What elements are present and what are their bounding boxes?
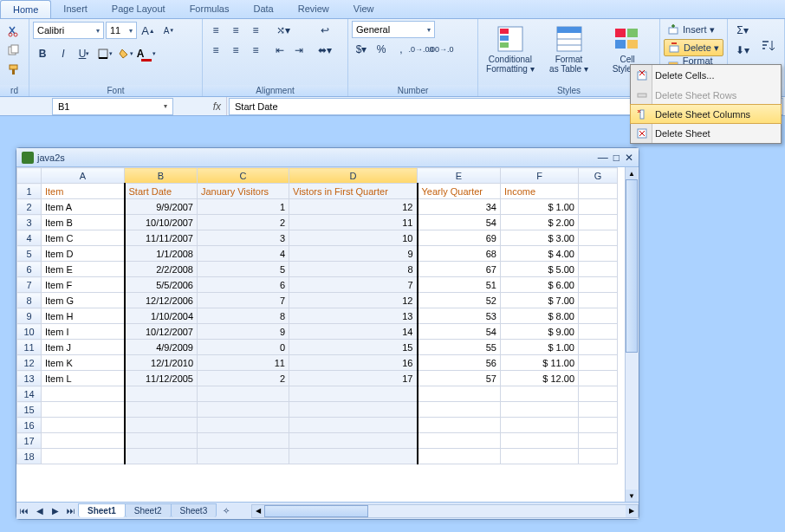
row-header-8[interactable]: 8 xyxy=(17,293,42,308)
cell-A10[interactable]: Item I xyxy=(42,324,125,340)
cell-C8[interactable]: 7 xyxy=(198,293,289,308)
cell-D17[interactable] xyxy=(289,433,418,449)
cell-E11[interactable]: 55 xyxy=(418,340,501,355)
orientation-icon[interactable]: ⤭▾ xyxy=(270,21,296,40)
cell-A6[interactable]: Item E xyxy=(42,262,125,277)
cell-E14[interactable] xyxy=(418,386,501,402)
format-painter-icon[interactable] xyxy=(5,61,23,78)
cell-C10[interactable]: 9 xyxy=(198,324,289,340)
cell-G11[interactable] xyxy=(579,340,618,355)
cell-B16[interactable] xyxy=(125,418,198,433)
cell-C11[interactable]: 0 xyxy=(198,340,289,355)
cell-B10[interactable]: 10/12/2007 xyxy=(125,324,198,340)
cell-F15[interactable] xyxy=(501,402,579,418)
decrease-decimal-icon[interactable]: .00→.0 xyxy=(431,40,451,59)
cell-G8[interactable] xyxy=(579,293,618,308)
cell-B6[interactable]: 2/2/2008 xyxy=(125,262,198,277)
cell-A17[interactable] xyxy=(42,433,125,449)
cell-F5[interactable]: $ 4.00 xyxy=(501,246,579,262)
cell-A16[interactable] xyxy=(42,418,125,433)
row-header-4[interactable]: 4 xyxy=(17,230,42,246)
sheet-tab-2[interactable]: Sheet2 xyxy=(125,503,172,517)
col-header-B[interactable]: B xyxy=(125,168,198,184)
cell-D2[interactable]: 12 xyxy=(289,199,418,215)
row-header-5[interactable]: 5 xyxy=(17,246,42,262)
row-header-9[interactable]: 9 xyxy=(17,308,42,324)
cell-D4[interactable]: 10 xyxy=(289,230,418,246)
number-format-combo[interactable]: General▾ xyxy=(352,21,435,38)
cell-G12[interactable] xyxy=(579,355,618,371)
delete-sheet-menuitem[interactable]: Delete Sheet xyxy=(631,123,781,143)
cell-B8[interactable]: 12/12/2006 xyxy=(125,293,198,308)
row-header-2[interactable]: 2 xyxy=(17,199,42,215)
cell-F16[interactable] xyxy=(501,418,579,433)
cell-B9[interactable]: 1/10/2004 xyxy=(125,308,198,324)
cell-D12[interactable]: 16 xyxy=(289,355,418,371)
cell-B2[interactable]: 9/9/2007 xyxy=(125,199,198,215)
row-header-1[interactable]: 1 xyxy=(17,184,42,199)
cell-F10[interactable]: $ 9.00 xyxy=(501,324,579,340)
grid[interactable]: ABCDEFG1ItemStart DateJanuary VisitorsVi… xyxy=(16,167,639,502)
scroll-up-icon[interactable]: ▲ xyxy=(626,167,638,179)
workbook-titlebar[interactable]: java2s — □ ✕ xyxy=(16,148,639,167)
cell-C15[interactable] xyxy=(198,402,289,418)
cell-D15[interactable] xyxy=(289,402,418,418)
delete-cells-menuitem[interactable]: Delete Cells... xyxy=(631,65,781,85)
accounting-format-icon[interactable]: $▾ xyxy=(352,40,371,59)
cell-E12[interactable]: 56 xyxy=(418,355,501,371)
cell-A12[interactable]: Item K xyxy=(42,355,125,371)
select-all-corner[interactable] xyxy=(17,168,42,184)
cell-E18[interactable] xyxy=(418,449,501,464)
cell-G16[interactable] xyxy=(579,418,618,433)
font-color-button[interactable]: A▾ xyxy=(137,44,156,63)
cell-C4[interactable]: 3 xyxy=(198,230,289,246)
cell-E2[interactable]: 34 xyxy=(418,199,501,215)
cell-A8[interactable]: Item G xyxy=(42,293,125,308)
cell-G5[interactable] xyxy=(579,246,618,262)
cell-E4[interactable]: 69 xyxy=(418,230,501,246)
cell-D13[interactable]: 17 xyxy=(289,371,418,386)
cell-F17[interactable] xyxy=(501,433,579,449)
cell-F4[interactable]: $ 3.00 xyxy=(501,230,579,246)
cell-E9[interactable]: 53 xyxy=(418,308,501,324)
cell-G4[interactable] xyxy=(579,230,618,246)
cell-A18[interactable] xyxy=(42,449,125,464)
cell-C18[interactable] xyxy=(198,449,289,464)
cell-E16[interactable] xyxy=(418,418,501,433)
tab-formulas[interactable]: Formulas xyxy=(178,0,242,18)
horizontal-scrollbar[interactable]: ◀ ▶ xyxy=(251,504,639,518)
cell-D7[interactable]: 7 xyxy=(289,277,418,293)
cell-B7[interactable]: 5/5/2006 xyxy=(125,277,198,293)
cell-B17[interactable] xyxy=(125,433,198,449)
row-header-14[interactable]: 14 xyxy=(17,386,42,402)
cell-B13[interactable]: 11/12/2005 xyxy=(125,371,198,386)
tab-nav-prev-icon[interactable]: ◀ xyxy=(32,503,48,519)
font-name-combo[interactable]: Calibri▾ xyxy=(33,22,104,39)
cell-F18[interactable] xyxy=(501,449,579,464)
cell-E5[interactable]: 68 xyxy=(418,246,501,262)
cell-E3[interactable]: 54 xyxy=(418,215,501,230)
cell-C7[interactable]: 6 xyxy=(198,277,289,293)
cell-C2[interactable]: 1 xyxy=(198,199,289,215)
cell-A2[interactable]: Item A xyxy=(42,199,125,215)
cell-F14[interactable] xyxy=(501,386,579,402)
cell-E6[interactable]: 67 xyxy=(418,262,501,277)
col-header-A[interactable]: A xyxy=(42,168,125,184)
cell-D1[interactable]: Vistors in First Quarter xyxy=(289,184,418,199)
cell-G1[interactable] xyxy=(579,184,618,199)
cell-G3[interactable] xyxy=(579,215,618,230)
delete-columns-menuitem[interactable]: Delete Sheet Columns xyxy=(630,104,782,124)
align-top-icon[interactable]: ≡ xyxy=(206,21,225,40)
row-header-13[interactable]: 13 xyxy=(17,371,42,386)
cell-A15[interactable] xyxy=(42,402,125,418)
align-left-icon[interactable]: ≡ xyxy=(206,41,225,60)
tab-nav-next-icon[interactable]: ▶ xyxy=(48,503,63,519)
cell-G14[interactable] xyxy=(579,386,618,402)
format-as-table-button[interactable]: Format as Table ▾ xyxy=(541,21,598,78)
cell-E13[interactable]: 57 xyxy=(418,371,501,386)
cell-C3[interactable]: 2 xyxy=(198,215,289,230)
cell-A9[interactable]: Item H xyxy=(42,308,125,324)
cell-F13[interactable]: $ 12.00 xyxy=(501,371,579,386)
cell-A4[interactable]: Item C xyxy=(42,230,125,246)
col-header-C[interactable]: C xyxy=(198,168,289,184)
